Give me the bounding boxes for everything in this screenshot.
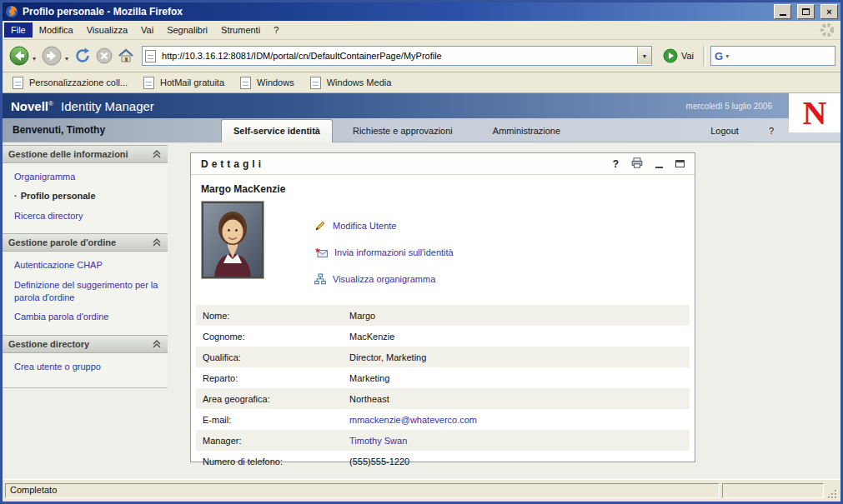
panel-help-icon[interactable]: ? bbox=[613, 158, 619, 170]
go-button[interactable]: Vai bbox=[658, 48, 699, 63]
bookmarks-bar: Personalizzazione coll... HotMail gratui… bbox=[3, 72, 840, 93]
menu-modifica[interactable]: Modifica bbox=[33, 22, 80, 37]
panel-title: Dettagli bbox=[201, 158, 264, 170]
menu-help[interactable]: ? bbox=[267, 22, 285, 37]
sidebar-item-organigramma[interactable]: Organigramma bbox=[3, 167, 168, 187]
action-label: Invia informazioni sull'identità bbox=[334, 247, 454, 257]
field-value: MacKenzie bbox=[349, 332, 394, 342]
search-engine-caret[interactable]: ▾ bbox=[725, 52, 729, 60]
action-label: Visualizza organigramma bbox=[333, 274, 435, 284]
person-photo bbox=[202, 202, 263, 278]
menu-vai[interactable]: Vai bbox=[134, 22, 160, 37]
action-label: Modifica Utente bbox=[333, 221, 396, 231]
field-value: Margo bbox=[349, 311, 375, 321]
bookmark-hotmail[interactable]: HotMail gratuita bbox=[141, 77, 224, 89]
window-title: Profilo personale - Mozilla Firefox bbox=[23, 6, 768, 17]
panel-minimize-icon[interactable] bbox=[655, 167, 663, 168]
sidebar: Gestione delle informazioni Organigramma… bbox=[3, 145, 168, 388]
action-links: Modifica Utente Invia informazioni sull'… bbox=[314, 218, 454, 298]
menu-segnalibri[interactable]: Segnalibri bbox=[160, 22, 214, 37]
sidebar-item-crea-utente-o-gruppo[interactable]: Crea utente o gruppo bbox=[3, 357, 168, 377]
novell-logo: N bbox=[789, 93, 840, 132]
table-row-nome: Nome: Margo bbox=[196, 305, 690, 326]
sidebar-section-items: Crea utente o gruppo bbox=[3, 353, 168, 384]
tab-self-service-identita[interactable]: Self-service identità bbox=[221, 119, 333, 142]
window-close-button[interactable]: × bbox=[820, 4, 838, 19]
brand-name: Novell bbox=[11, 99, 48, 113]
table-row-area-geografica: Area geografica: Northeast bbox=[196, 388, 690, 409]
menu-bar: File Modifica Visualizza Vai Segnalibri … bbox=[3, 21, 840, 40]
panel-header-icons: ? bbox=[613, 157, 685, 172]
resize-grip-icon[interactable] bbox=[826, 488, 838, 500]
menu-visualizza[interactable]: Visualizza bbox=[80, 22, 134, 37]
url-text[interactable]: http://10.3.16.12:8081/IDM/portal/cn/Def… bbox=[158, 51, 637, 61]
print-icon[interactable] bbox=[631, 157, 643, 172]
sidebar-item-profilo-personale[interactable]: ·Profilo personale bbox=[3, 187, 168, 206]
tab-richieste-e-approvazioni[interactable]: Richieste e approvazioni bbox=[333, 120, 473, 142]
field-label: Cognome: bbox=[203, 332, 349, 342]
person-name: Margo MacKenzie bbox=[201, 183, 285, 195]
sidebar-section-gestione-parole-ordine[interactable]: Gestione parole d'ordine bbox=[3, 233, 168, 252]
bookmark-page-icon bbox=[143, 77, 154, 89]
sidebar-item-definizione-suggerimento[interactable]: Definizione del suggerimento per la paro… bbox=[3, 276, 168, 308]
panel-maximize-icon[interactable] bbox=[675, 160, 685, 167]
details-panel-body: Margo MacKenzie bbox=[191, 175, 695, 462]
menu-strumenti[interactable]: Strumenti bbox=[214, 22, 267, 37]
window-minimize-button[interactable] bbox=[774, 4, 791, 19]
bookmark-personalizzazione[interactable]: Personalizzazione coll... bbox=[10, 77, 128, 89]
tab-amministrazione[interactable]: Amministrazione bbox=[473, 120, 580, 142]
field-label: Numero di telefono: bbox=[203, 457, 349, 467]
field-label: Manager: bbox=[203, 436, 349, 446]
bookmark-page-icon bbox=[240, 77, 251, 89]
table-row-cognome: Cognome: MacKenzie bbox=[196, 326, 690, 347]
field-label: Nome: bbox=[203, 311, 349, 321]
manager-link[interactable]: Timothy Swan bbox=[349, 436, 407, 446]
bookmark-label: HotMail gratuita bbox=[160, 77, 224, 87]
bookmark-label: Windows Media bbox=[327, 77, 392, 87]
product-name: Identity Manager bbox=[61, 99, 154, 113]
status-bar: Completato bbox=[3, 479, 840, 502]
reload-button[interactable] bbox=[73, 46, 93, 66]
sidebar-section-gestione-delle-informazioni[interactable]: Gestione delle informazioni bbox=[3, 145, 168, 163]
novell-n-glyph: N bbox=[803, 97, 827, 130]
back-button[interactable] bbox=[8, 44, 31, 67]
stop-button[interactable] bbox=[94, 46, 114, 66]
sidebar-item-autenticazione-chap[interactable]: Autenticazione CHAP bbox=[3, 256, 168, 275]
status-message: Completato bbox=[5, 483, 720, 498]
url-history-dropdown[interactable]: ▼ bbox=[637, 47, 651, 64]
forward-dropdown-caret[interactable]: ▾ bbox=[65, 55, 68, 62]
forward-button[interactable] bbox=[40, 44, 63, 67]
window-maximize-button[interactable] bbox=[797, 4, 815, 19]
help-link[interactable]: ? bbox=[769, 126, 774, 136]
sidebar-section-gestione-directory[interactable]: Gestione directory bbox=[3, 335, 168, 353]
collapse-chevron-icon bbox=[152, 238, 162, 247]
sidebar-item-cambia-parola-ordine[interactable]: Cambia parola d'ordine bbox=[3, 307, 168, 327]
bookmark-windows-media[interactable]: Windows Media bbox=[308, 77, 392, 89]
sidebar-item-label: Profilo personale bbox=[21, 191, 96, 201]
browser-window: Profilo personale - Mozilla Firefox × Fi… bbox=[0, 0, 843, 504]
collapse-chevron-icon bbox=[152, 340, 162, 348]
table-row-email: E-mail: mmackenzie@whateverco.com bbox=[196, 409, 690, 430]
menu-file[interactable]: File bbox=[4, 22, 33, 37]
collapse-chevron-icon bbox=[152, 150, 162, 158]
maximize-icon bbox=[802, 8, 810, 15]
search-box[interactable]: G ▾ bbox=[710, 46, 835, 66]
field-value: (555)555-1220 bbox=[349, 457, 409, 467]
send-identity-mail-icon bbox=[314, 247, 328, 258]
logout-link[interactable]: Logout bbox=[710, 126, 739, 136]
url-bar[interactable]: http://10.3.16.12:8081/IDM/portal/cn/Def… bbox=[142, 46, 652, 66]
field-value: Northeast bbox=[349, 394, 389, 404]
home-button[interactable] bbox=[116, 46, 136, 66]
navigation-toolbar: ▾ ▾ http://10.3.16.12:8081/IDM/portal/cn… bbox=[3, 40, 840, 72]
field-value: Director, Marketing bbox=[349, 352, 426, 362]
back-dropdown-caret[interactable]: ▾ bbox=[33, 55, 36, 62]
email-link[interactable]: mmackenzie@whateverco.com bbox=[349, 415, 477, 425]
org-chart-icon bbox=[314, 273, 326, 285]
section-title: Gestione delle informazioni bbox=[8, 149, 128, 159]
view-org-chart-link[interactable]: Visualizza organigramma bbox=[314, 272, 454, 287]
sidebar-item-ricerca-directory[interactable]: Ricerca directory bbox=[3, 207, 168, 226]
bookmark-windows[interactable]: Windows bbox=[238, 77, 294, 89]
send-identity-info-link[interactable]: Invia informazioni sull'identità bbox=[314, 245, 454, 260]
firefox-icon bbox=[5, 5, 18, 18]
edit-user-link[interactable]: Modifica Utente bbox=[314, 218, 454, 233]
